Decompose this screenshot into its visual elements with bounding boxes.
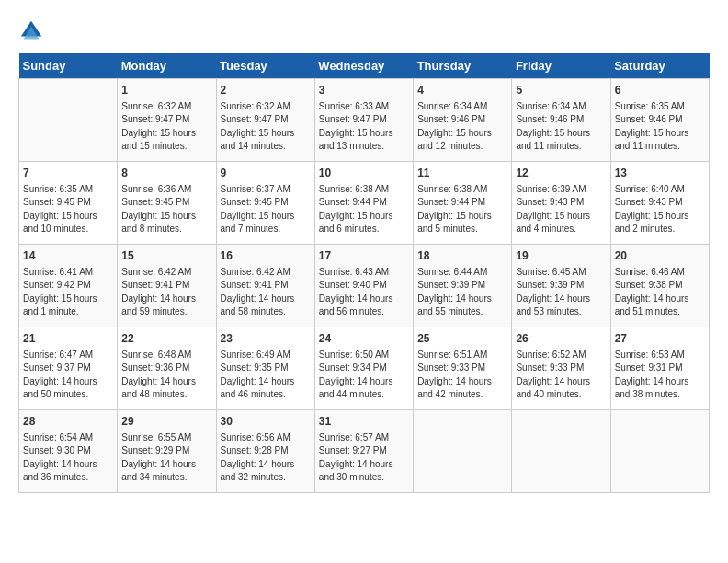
daylight-text: Daylight: 14 hours and 51 minutes. <box>615 293 689 317</box>
sunset-text: Sunset: 9:31 PM <box>615 362 683 373</box>
daylight-text: Daylight: 14 hours and 40 minutes. <box>516 376 590 400</box>
sunset-text: Sunset: 9:39 PM <box>417 280 485 290</box>
daylight-text: Daylight: 15 hours and 6 minutes. <box>319 211 393 235</box>
daylight-text: Daylight: 15 hours and 10 minutes. <box>23 211 97 235</box>
cell-content: Sunrise: 6:57 AM Sunset: 9:27 PM Dayligh… <box>319 431 409 485</box>
daylight-text: Daylight: 14 hours and 59 minutes. <box>121 293 196 317</box>
sunset-text: Sunset: 9:34 PM <box>319 362 387 373</box>
calendar-cell: 28 Sunrise: 6:54 AM Sunset: 9:30 PM Dayl… <box>19 410 118 493</box>
day-header-friday: Friday <box>512 53 610 79</box>
sunrise-text: Sunrise: 6:54 AM <box>23 432 93 442</box>
cell-content: Sunrise: 6:35 AM Sunset: 9:45 PM Dayligh… <box>23 183 113 236</box>
calendar-cell: 29 Sunrise: 6:55 AM Sunset: 9:29 PM Dayl… <box>118 410 216 493</box>
day-number: 13 <box>615 166 705 181</box>
cell-content: Sunrise: 6:36 AM Sunset: 9:45 PM Dayligh… <box>121 183 211 236</box>
sunset-text: Sunset: 9:43 PM <box>516 197 584 207</box>
sunset-text: Sunset: 9:47 PM <box>221 114 289 124</box>
sunset-text: Sunset: 9:38 PM <box>615 280 683 290</box>
day-number: 9 <box>221 166 311 181</box>
daylight-text: Daylight: 14 hours and 36 minutes. <box>23 459 97 483</box>
sunrise-text: Sunrise: 6:35 AM <box>615 101 685 111</box>
calendar-cell: 17 Sunrise: 6:43 AM Sunset: 9:40 PM Dayl… <box>314 245 413 327</box>
calendar-week-row: 28 Sunrise: 6:54 AM Sunset: 9:30 PM Dayl… <box>19 410 710 493</box>
daylight-text: Daylight: 14 hours and 34 minutes. <box>121 459 196 483</box>
sunrise-text: Sunrise: 6:32 AM <box>221 101 290 111</box>
cell-content: Sunrise: 6:44 AM Sunset: 9:39 PM Dayligh… <box>417 266 507 319</box>
daylight-text: Daylight: 14 hours and 50 minutes. <box>23 376 97 400</box>
daylight-text: Daylight: 14 hours and 42 minutes. <box>417 376 492 400</box>
daylight-text: Daylight: 14 hours and 32 minutes. <box>221 459 295 483</box>
sunrise-text: Sunrise: 6:49 AM <box>221 350 290 360</box>
sunrise-text: Sunrise: 6:47 AM <box>23 350 93 360</box>
cell-content: Sunrise: 6:34 AM Sunset: 9:46 PM Dayligh… <box>417 100 507 154</box>
calendar-cell: 27 Sunrise: 6:53 AM Sunset: 9:31 PM Dayl… <box>610 327 709 410</box>
calendar-cell: 25 Sunrise: 6:51 AM Sunset: 9:33 PM Dayl… <box>414 327 512 410</box>
sunrise-text: Sunrise: 6:51 AM <box>417 350 487 360</box>
sunset-text: Sunset: 9:44 PM <box>417 197 485 207</box>
daylight-text: Daylight: 14 hours and 38 minutes. <box>615 376 689 400</box>
cell-content: Sunrise: 6:41 AM Sunset: 9:42 PM Dayligh… <box>23 266 113 319</box>
day-number: 22 <box>121 331 211 347</box>
calendar-week-row: 1 Sunrise: 6:32 AM Sunset: 9:47 PM Dayli… <box>19 79 710 162</box>
day-number: 7 <box>23 166 113 181</box>
sunrise-text: Sunrise: 6:52 AM <box>516 350 586 360</box>
sunset-text: Sunset: 9:45 PM <box>121 197 189 207</box>
sunset-text: Sunset: 9:27 PM <box>319 445 387 455</box>
day-header-tuesday: Tuesday <box>216 53 314 79</box>
daylight-text: Daylight: 14 hours and 56 minutes. <box>319 293 393 317</box>
sunset-text: Sunset: 9:39 PM <box>516 280 584 290</box>
sunrise-text: Sunrise: 6:37 AM <box>221 184 290 194</box>
sunset-text: Sunset: 9:33 PM <box>417 362 485 373</box>
day-number: 15 <box>121 248 211 264</box>
daylight-text: Daylight: 15 hours and 8 minutes. <box>121 211 196 235</box>
sunrise-text: Sunrise: 6:56 AM <box>221 432 290 442</box>
day-number: 3 <box>319 83 409 98</box>
sunset-text: Sunset: 9:35 PM <box>221 362 289 373</box>
cell-content: Sunrise: 6:38 AM Sunset: 9:44 PM Dayligh… <box>319 183 409 236</box>
calendar-cell: 30 Sunrise: 6:56 AM Sunset: 9:28 PM Dayl… <box>216 410 314 493</box>
sunrise-text: Sunrise: 6:34 AM <box>417 101 487 111</box>
calendar-cell: 15 Sunrise: 6:42 AM Sunset: 9:41 PM Dayl… <box>118 245 216 327</box>
day-number: 6 <box>615 83 705 98</box>
daylight-text: Daylight: 14 hours and 58 minutes. <box>221 293 295 317</box>
calendar-cell <box>512 410 610 493</box>
sunrise-text: Sunrise: 6:39 AM <box>516 184 586 194</box>
day-number: 12 <box>516 166 606 181</box>
sunrise-text: Sunrise: 6:38 AM <box>319 184 389 194</box>
calendar-cell: 7 Sunrise: 6:35 AM Sunset: 9:45 PM Dayli… <box>19 162 118 245</box>
calendar-cell: 16 Sunrise: 6:42 AM Sunset: 9:41 PM Dayl… <box>216 245 314 327</box>
day-number: 29 <box>121 414 211 430</box>
cell-content: Sunrise: 6:34 AM Sunset: 9:46 PM Dayligh… <box>516 100 606 154</box>
daylight-text: Daylight: 15 hours and 11 minutes. <box>516 128 590 152</box>
day-header-sunday: Sunday <box>19 53 118 79</box>
sunrise-text: Sunrise: 6:42 AM <box>121 267 191 277</box>
day-header-monday: Monday <box>118 53 216 79</box>
day-number: 25 <box>417 331 507 347</box>
calendar-cell: 21 Sunrise: 6:47 AM Sunset: 9:37 PM Dayl… <box>19 327 118 410</box>
cell-content: Sunrise: 6:51 AM Sunset: 9:33 PM Dayligh… <box>417 349 507 402</box>
daylight-text: Daylight: 15 hours and 4 minutes. <box>516 211 590 235</box>
calendar-week-row: 14 Sunrise: 6:41 AM Sunset: 9:42 PM Dayl… <box>19 245 710 327</box>
daylight-text: Daylight: 14 hours and 55 minutes. <box>417 293 492 317</box>
cell-content: Sunrise: 6:50 AM Sunset: 9:34 PM Dayligh… <box>319 349 409 402</box>
cell-content: Sunrise: 6:42 AM Sunset: 9:41 PM Dayligh… <box>121 266 211 319</box>
sunset-text: Sunset: 9:36 PM <box>121 362 189 373</box>
sunrise-text: Sunrise: 6:33 AM <box>319 101 389 111</box>
calendar-cell <box>610 410 709 493</box>
sunrise-text: Sunrise: 6:57 AM <box>319 432 389 442</box>
sunset-text: Sunset: 9:33 PM <box>516 362 584 373</box>
sunrise-text: Sunrise: 6:34 AM <box>516 101 586 111</box>
day-number: 18 <box>417 248 507 264</box>
cell-content: Sunrise: 6:38 AM Sunset: 9:44 PM Dayligh… <box>417 183 507 236</box>
calendar-cell: 14 Sunrise: 6:41 AM Sunset: 9:42 PM Dayl… <box>19 245 118 327</box>
calendar-cell: 26 Sunrise: 6:52 AM Sunset: 9:33 PM Dayl… <box>512 327 610 410</box>
cell-content: Sunrise: 6:37 AM Sunset: 9:45 PM Dayligh… <box>221 183 311 236</box>
sunrise-text: Sunrise: 6:41 AM <box>23 267 93 277</box>
daylight-text: Daylight: 15 hours and 2 minutes. <box>615 211 689 235</box>
calendar-cell: 11 Sunrise: 6:38 AM Sunset: 9:44 PM Dayl… <box>414 162 512 245</box>
sunset-text: Sunset: 9:37 PM <box>23 362 91 373</box>
sunrise-text: Sunrise: 6:50 AM <box>319 350 389 360</box>
calendar-cell: 4 Sunrise: 6:34 AM Sunset: 9:46 PM Dayli… <box>414 79 512 162</box>
calendar-cell <box>19 79 118 162</box>
cell-content: Sunrise: 6:33 AM Sunset: 9:47 PM Dayligh… <box>319 100 409 154</box>
